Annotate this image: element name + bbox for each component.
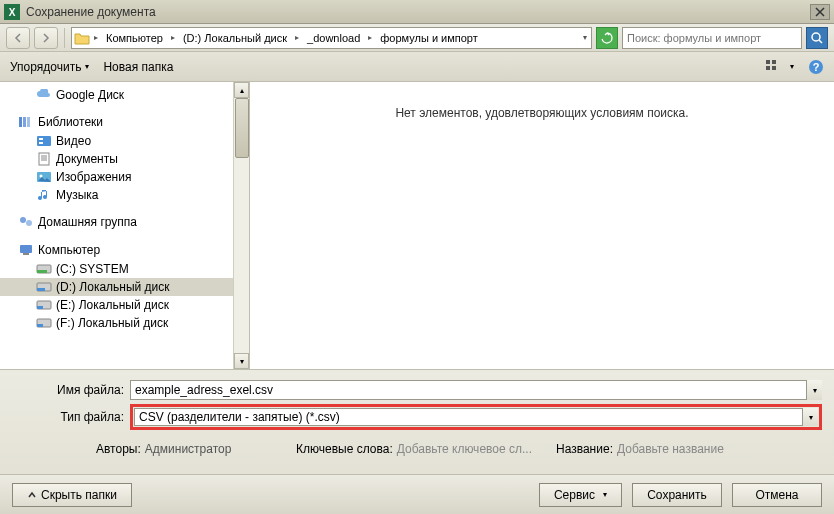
filename-dropdown-button[interactable]: ▾ <box>806 380 822 400</box>
organize-label: Упорядочить <box>10 60 81 74</box>
tree-group-libraries[interactable]: Библиотеки <box>0 112 234 132</box>
filetype-value: CSV (разделители - запятые) (*.csv) <box>139 410 340 424</box>
chevron-right-icon[interactable]: ▸ <box>92 33 100 42</box>
back-icon <box>11 31 25 45</box>
scroll-thumb[interactable] <box>235 98 249 158</box>
tree-scrollbar[interactable]: ▴ ▾ <box>233 82 249 369</box>
tools-label: Сервис <box>554 488 595 502</box>
chevron-down-icon: ▾ <box>790 62 794 71</box>
help-icon: ? <box>808 59 824 75</box>
music-icon <box>36 187 52 203</box>
back-button[interactable] <box>6 27 30 49</box>
chevron-right-icon[interactable]: ▸ <box>293 33 301 42</box>
view-options-button[interactable]: ▾ <box>766 60 794 74</box>
tree-item-documents[interactable]: Документы <box>0 150 234 168</box>
close-button[interactable] <box>810 4 830 20</box>
svg-rect-20 <box>20 245 32 253</box>
refresh-button[interactable] <box>596 27 618 49</box>
drive-icon <box>36 297 52 313</box>
svg-rect-6 <box>772 66 776 70</box>
svg-point-19 <box>26 220 32 226</box>
tree-label: Компьютер <box>38 243 100 257</box>
title-meta-field[interactable]: Название: Добавьте название <box>556 442 724 456</box>
tree-item-pictures[interactable]: Изображения <box>0 168 234 186</box>
toolbar: Упорядочить ▾ Новая папка ▾ ? <box>0 52 834 82</box>
chevron-down-icon[interactable]: ▾ <box>581 33 589 42</box>
chevron-right-icon[interactable]: ▸ <box>169 33 177 42</box>
scroll-up-button[interactable]: ▴ <box>234 82 249 98</box>
tree-item-drive-e[interactable]: (E:) Локальный диск <box>0 296 234 314</box>
svg-point-18 <box>20 217 26 223</box>
tree-item-drive-d[interactable]: (D:) Локальный диск <box>0 278 234 296</box>
filetype-label: Тип файла: <box>12 410 130 424</box>
cloud-icon <box>36 87 52 103</box>
breadcrumb-segment[interactable]: Компьютер <box>102 29 167 47</box>
svg-text:X: X <box>9 7 16 18</box>
svg-rect-11 <box>27 117 30 127</box>
svg-rect-13 <box>39 138 43 140</box>
tree-item-music[interactable]: Музыка <box>0 186 234 204</box>
svg-rect-15 <box>39 153 49 165</box>
bottom-bar: Скрыть папки Сервис Сохранить Отмена <box>0 474 834 514</box>
filename-row: Имя файла: example_adress_exel.csv ▾ <box>12 380 822 400</box>
svg-rect-9 <box>19 117 22 127</box>
tree-item-drive-c[interactable]: (C:) SYSTEM <box>0 260 234 278</box>
breadcrumb-segment[interactable]: _download <box>303 29 364 47</box>
svg-rect-21 <box>23 253 29 255</box>
address-bar[interactable]: ▸ Компьютер ▸ (D:) Локальный диск ▸ _dow… <box>71 27 592 49</box>
hide-folders-label: Скрыть папки <box>41 488 117 502</box>
svg-rect-12 <box>37 136 51 146</box>
chevron-up-icon <box>27 490 37 500</box>
breadcrumb-segment[interactable]: (D:) Локальный диск <box>179 29 291 47</box>
search-box <box>622 27 802 49</box>
forward-button[interactable] <box>34 27 58 49</box>
cancel-label: Отмена <box>755 488 798 502</box>
organize-button[interactable]: Упорядочить ▾ <box>10 60 89 74</box>
tree-item-video[interactable]: Видео <box>0 132 234 150</box>
cancel-button[interactable]: Отмена <box>732 483 822 507</box>
filename-field-wrapper: example_adress_exel.csv ▾ <box>130 380 822 400</box>
tools-button[interactable]: Сервис <box>539 483 622 507</box>
tree-label: Видео <box>56 134 91 148</box>
filetype-select[interactable]: CSV (разделители - запятые) (*.csv) <box>134 408 818 426</box>
svg-rect-23 <box>37 270 47 273</box>
forward-icon <box>39 31 53 45</box>
tree-label: Google Диск <box>56 88 124 102</box>
svg-rect-29 <box>37 324 43 327</box>
nav-separator <box>64 28 65 48</box>
chevron-right-icon[interactable]: ▸ <box>366 33 374 42</box>
documents-icon <box>36 151 52 167</box>
tree-label: (C:) SYSTEM <box>56 262 129 276</box>
filetype-row: Тип файла: CSV (разделители - запятые) (… <box>12 404 822 430</box>
drive-icon <box>36 315 52 331</box>
help-button[interactable]: ? <box>808 59 824 75</box>
filename-input[interactable]: example_adress_exel.csv <box>130 380 822 400</box>
search-input[interactable] <box>623 32 801 44</box>
keywords-placeholder: Добавьте ключевое сл... <box>397 442 532 456</box>
tree-group-computer[interactable]: Компьютер <box>0 240 234 260</box>
filename-value: example_adress_exel.csv <box>135 383 273 397</box>
content-pane: Нет элементов, удовлетворяющих условиям … <box>250 82 834 369</box>
keywords-field[interactable]: Ключевые слова: Добавьте ключевое сл... <box>296 442 556 456</box>
filename-label: Имя файла: <box>12 383 130 397</box>
chevron-down-icon: ▾ <box>85 62 89 71</box>
tree-item-google-disk[interactable]: Google Диск <box>0 86 234 104</box>
authors-label: Авторы: <box>96 442 141 456</box>
authors-field[interactable]: Авторы: Администратор <box>96 442 296 456</box>
new-folder-button[interactable]: Новая папка <box>103 60 173 74</box>
tree-group-homegroup[interactable]: Домашняя группа <box>0 212 234 232</box>
hide-folders-button[interactable]: Скрыть папки <box>12 483 132 507</box>
save-label: Сохранить <box>647 488 707 502</box>
filetype-dropdown-button[interactable]: ▾ <box>802 408 818 426</box>
svg-rect-5 <box>766 66 770 70</box>
tree-item-drive-f[interactable]: (F:) Локальный диск <box>0 314 234 332</box>
svg-point-2 <box>812 33 820 41</box>
view-icon <box>766 60 786 74</box>
save-button[interactable]: Сохранить <box>632 483 722 507</box>
tree-label: (D:) Локальный диск <box>56 280 170 294</box>
search-button[interactable] <box>806 27 828 49</box>
drive-icon <box>36 261 52 277</box>
libraries-icon <box>18 114 34 130</box>
breadcrumb-segment[interactable]: формулы и импорт <box>376 29 482 47</box>
scroll-down-button[interactable]: ▾ <box>234 353 249 369</box>
